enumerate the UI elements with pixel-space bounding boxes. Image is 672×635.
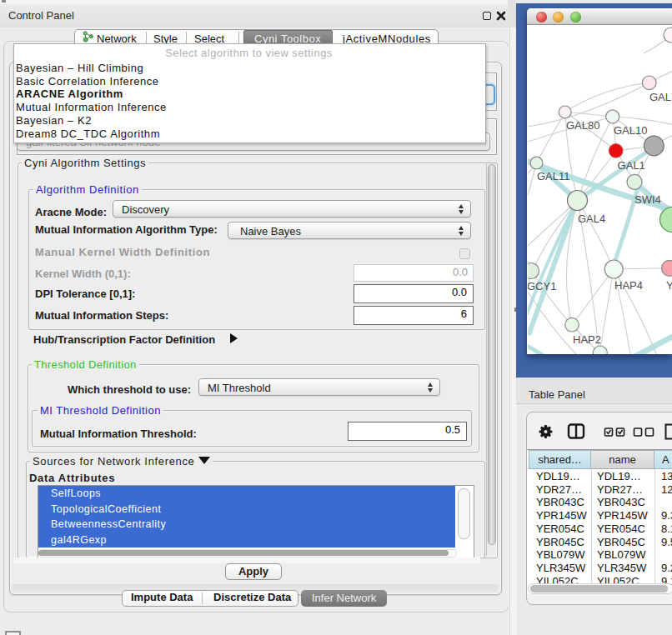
svg-text:GAL7: GAL7 bbox=[649, 91, 672, 103]
svg-text:GAL11: GAL11 bbox=[537, 170, 570, 182]
svg-text:GAL80: GAL80 bbox=[566, 119, 599, 132]
svg-text:SWI4: SWI4 bbox=[634, 193, 661, 206]
svg-text:GAL1: GAL1 bbox=[618, 159, 645, 172]
svg-text:HAP2: HAP2 bbox=[573, 333, 601, 346]
svg-text:GCY1: GCY1 bbox=[528, 280, 556, 292]
svg-text:GAL4: GAL4 bbox=[578, 212, 605, 225]
svg-text:GAL10: GAL10 bbox=[614, 124, 647, 137]
svg-text:YDR: YDR bbox=[666, 279, 672, 292]
svg-text:HAP4: HAP4 bbox=[614, 279, 643, 292]
